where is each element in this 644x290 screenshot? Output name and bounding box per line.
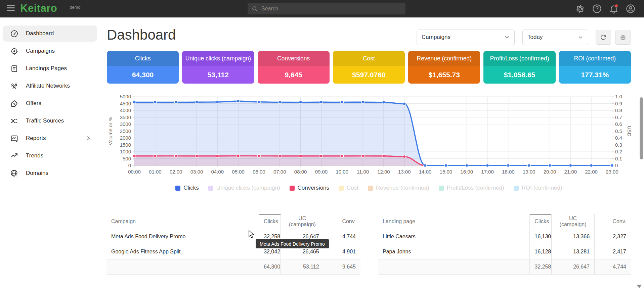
search-input[interactable] — [261, 6, 401, 12]
refresh-button[interactable] — [596, 30, 611, 45]
table-row[interactable]: Little Caesars 16,130 13,366 2,327 — [378, 229, 631, 244]
legend-item[interactable]: Clicks — [175, 185, 199, 191]
sidebar-item-label: Affiliate Networks — [26, 83, 70, 89]
campaigns-filter-value: Campaigns — [422, 34, 450, 41]
column-header-uc[interactable]: UC (campaign) — [552, 214, 595, 229]
search-bar[interactable] — [248, 3, 405, 14]
dashboard-icon — [10, 30, 18, 38]
legend-item[interactable]: Conversions — [290, 185, 330, 191]
svg-text:1.0: 1.0 — [615, 94, 622, 99]
sidebar-item-label: Reports — [26, 135, 46, 142]
sidebar: Dashboard Campaigns Landings Pages Affil… — [0, 17, 100, 290]
campaigns-icon — [10, 47, 18, 55]
sidebar-item-label: Domains — [26, 170, 48, 177]
sidebar-item-trends[interactable]: Trends — [3, 148, 97, 164]
svg-text:0.6: 0.6 — [615, 121, 622, 127]
scroll-down-arrow-icon[interactable] — [637, 285, 642, 288]
column-header-campaign[interactable]: Campaign — [106, 214, 259, 229]
chart-settings-button[interactable] — [615, 30, 631, 45]
metric-card-label: ROI (confirmed) — [559, 51, 631, 66]
landing-name-cell[interactable]: Little Caesars — [378, 229, 530, 244]
metric-card-conversions[interactable]: Conversions 9,645 — [258, 51, 330, 84]
legend-swatch — [439, 186, 444, 191]
legend-item[interactable]: Cost — [339, 185, 358, 191]
metric-card-roi[interactable]: ROI (confirmed) 177.31% — [559, 51, 631, 84]
svg-text:14:00: 14:00 — [419, 169, 432, 175]
sidebar-item-offers[interactable]: $ Offers — [3, 95, 97, 111]
help-icon[interactable] — [592, 4, 602, 14]
svg-text:16:00: 16:00 — [460, 169, 473, 175]
traffic-sources-icon — [10, 117, 18, 125]
legend-item[interactable]: Revenue (confirmed) — [368, 185, 429, 191]
column-header-uc[interactable]: UC (campaign) — [281, 214, 324, 229]
svg-text:3500: 3500 — [120, 114, 131, 120]
column-header-conv[interactable]: Conv. — [595, 214, 631, 229]
row-hover-tooltip: Meta Ads Food Delivery Promo — [256, 239, 329, 248]
metric-card-clicks[interactable]: Clicks 64,300 — [107, 51, 179, 84]
sidebar-item-label: Campaigns — [26, 48, 55, 54]
sidebar-item-label: Landings Pages — [26, 65, 67, 72]
svg-text:1500: 1500 — [120, 142, 131, 148]
metric-card-revenue[interactable]: Revenue (confirmed) $1,655.73 — [408, 51, 480, 84]
conv-cell: 2,417 — [595, 244, 631, 259]
svg-text:0.9: 0.9 — [615, 101, 622, 106]
dashboard-chart[interactable]: 0500100015002000250030003500400045005000… — [107, 94, 631, 179]
column-header-conv[interactable]: Conv. — [324, 214, 360, 229]
legend-item[interactable]: ROI (confirmed) — [514, 185, 562, 191]
date-range-select[interactable]: Today — [522, 30, 588, 45]
refresh-icon — [600, 34, 607, 41]
svg-text:2500: 2500 — [120, 128, 131, 134]
svg-text:03:00: 03:00 — [190, 169, 203, 175]
metric-card-profit-loss[interactable]: Profit/Loss (confirmed) $1,058.65 — [483, 51, 555, 84]
sidebar-item-campaigns[interactable]: Campaigns — [3, 43, 97, 59]
conv-cell: 2,327 — [595, 229, 631, 244]
sidebar-item-affiliate-networks[interactable]: Affiliate Networks — [3, 78, 97, 94]
sidebar-item-domains[interactable]: Domains — [3, 165, 97, 181]
notifications-bell-icon[interactable] — [609, 4, 619, 14]
table-header-row: Campaign Clicks UC (campaign) Conv. — [106, 214, 360, 229]
table-header-row: Landing page Clicks UC (campaign) Conv. — [378, 214, 631, 229]
svg-text:02:00: 02:00 — [170, 169, 182, 175]
legend-label: Profit/Loss (confirmed) — [447, 185, 504, 191]
legend-label: Cost — [347, 185, 358, 191]
sidebar-item-traffic-sources[interactable]: Traffic Sources — [3, 113, 97, 129]
app-logo: Keitaro — [20, 2, 57, 14]
metric-card-cost[interactable]: Cost $597.0760 — [333, 51, 405, 84]
legend-label: Revenue (confirmed) — [376, 185, 429, 191]
svg-text:13:00: 13:00 — [398, 169, 411, 175]
campaign-name-cell[interactable]: Meta Ads Food Delivery Promo — [106, 229, 259, 244]
legend-swatch — [290, 186, 295, 191]
svg-text:0: 0 — [128, 162, 131, 168]
clicks-cell: 16,130 — [530, 229, 552, 244]
metric-cards-row: Clicks 64,300 Unique clicks (campaign) 5… — [107, 51, 631, 84]
sidebar-item-dashboard[interactable]: Dashboard — [3, 26, 97, 42]
sidebar-item-landings-pages[interactable]: Landings Pages — [3, 60, 97, 77]
svg-text:06:00: 06:00 — [253, 169, 265, 175]
sidebar-item-reports[interactable]: Reports — [3, 130, 97, 146]
column-header-landing-page[interactable]: Landing page — [378, 214, 530, 229]
legend-item[interactable]: Unique clicks (campaign) — [208, 185, 280, 191]
column-header-clicks[interactable]: Clicks — [530, 214, 552, 229]
svg-text:05:00: 05:00 — [232, 169, 245, 175]
landing-pages-table: Landing page Clicks UC (campaign) Conv. … — [378, 214, 631, 275]
landing-name-cell[interactable]: Papa Johns — [378, 244, 530, 259]
sidebar-item-label: Traffic Sources — [26, 117, 64, 124]
legend-item[interactable]: Profit/Loss (confirmed) — [439, 185, 504, 191]
uc-cell: 13,281 — [552, 244, 595, 259]
settings-gear-icon[interactable] — [575, 4, 585, 14]
svg-text:08:00: 08:00 — [294, 169, 307, 175]
column-header-clicks[interactable]: Clicks — [259, 214, 281, 229]
table-row[interactable]: Papa Johns 16,128 13,281 2,417 — [378, 244, 631, 259]
campaigns-filter-select[interactable]: Campaigns — [417, 30, 515, 45]
chart-legend: ClicksUnique clicks (campaign)Conversion… — [107, 185, 631, 191]
svg-text:500: 500 — [123, 156, 131, 161]
account-icon[interactable] — [626, 4, 636, 14]
metric-card-unique-clicks[interactable]: Unique clicks (campaign) 53,112 — [182, 51, 254, 84]
menu-icon[interactable] — [7, 5, 15, 12]
sidebar-item-label: Trends — [26, 152, 43, 159]
metric-card-value: $597.0760 — [333, 66, 405, 84]
sidebar-item-label: Offers — [26, 100, 41, 107]
campaign-name-cell[interactable]: Google Ads Fitness App Split — [106, 244, 259, 259]
vertical-scrollbar-thumb[interactable] — [640, 97, 643, 159]
svg-text:19:00: 19:00 — [523, 169, 535, 175]
